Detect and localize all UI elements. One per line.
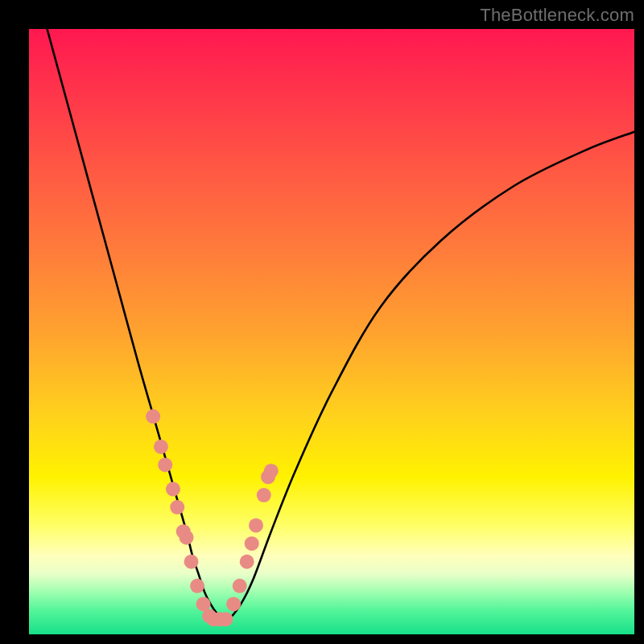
- chart-svg: [29, 29, 634, 634]
- highlight-point: [158, 457, 172, 472]
- highlight-point: [146, 409, 160, 423]
- highlight-point: [240, 555, 254, 569]
- highlight-point: [180, 530, 194, 545]
- highlight-point: [184, 555, 199, 569]
- highlight-point: [170, 500, 184, 514]
- highlight-point: [190, 579, 204, 593]
- plot-area: [29, 29, 634, 634]
- highlight-point: [257, 488, 271, 502]
- highlight-point: [154, 440, 168, 454]
- highlight-point: [264, 464, 279, 478]
- highlight-point: [245, 536, 259, 551]
- watermark-text: TheBottleneck.com: [480, 5, 634, 26]
- highlight-points-group: [146, 409, 279, 626]
- bottleneck-curve: [47, 29, 634, 621]
- highlight-point: [226, 597, 241, 611]
- highlight-point: [166, 482, 180, 497]
- highlight-point: [233, 579, 247, 593]
- highlight-point: [218, 612, 233, 626]
- highlight-point: [249, 518, 263, 533]
